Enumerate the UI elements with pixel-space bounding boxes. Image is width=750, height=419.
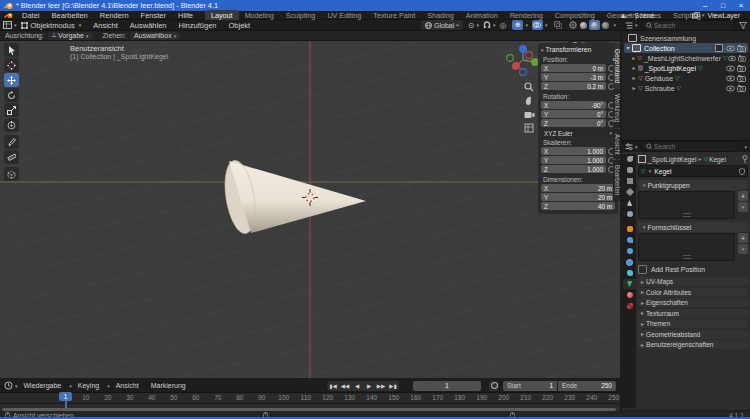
- tab-modifiers[interactable]: [623, 235, 636, 245]
- vertex-groups-panel-header[interactable]: ▾ Punktgruppen: [638, 180, 748, 190]
- shading-wireframe-button[interactable]: [567, 20, 578, 30]
- tab-render[interactable]: [623, 165, 636, 175]
- scale-x-field[interactable]: X1.000: [541, 147, 606, 155]
- panel-eigenschaften[interactable]: ▸Eigenschaften: [638, 298, 748, 307]
- timeline-editor-icon[interactable]: [4, 381, 13, 390]
- workspace-tab-uv-editing[interactable]: UV Editing: [321, 10, 367, 21]
- outliner-row-object[interactable]: ▸ ▽ Schraube ▽: [624, 83, 748, 93]
- tab-constraints[interactable]: [623, 268, 636, 278]
- workspace-tab-sculpting[interactable]: Sculpting: [280, 10, 322, 21]
- orientation-setting-dropdown[interactable]: ⟂ Vorgabe ▾: [48, 32, 93, 40]
- outliner-row-object[interactable]: ▸ ▽ Gehäuse ▽: [624, 73, 748, 83]
- pan-view-icon[interactable]: [524, 96, 534, 106]
- menu-bearbeiten[interactable]: Bearbeiten: [46, 11, 94, 20]
- hide-eye-icon[interactable]: [726, 45, 735, 52]
- outliner-row-object[interactable]: ▸ ▽ _MeshLightScheinwerfer ▽: [624, 53, 748, 63]
- tab-view-layer[interactable]: [623, 187, 636, 197]
- shape-keys-list[interactable]: [638, 233, 735, 261]
- show-overlays-toggle[interactable]: [532, 20, 543, 30]
- workspace-tab-texture-paint[interactable]: Texture Paint: [367, 10, 421, 21]
- disclosure-icon[interactable]: ▸: [630, 75, 638, 81]
- blender-menu-icon[interactable]: [4, 12, 14, 19]
- play-button[interactable]: ▶: [363, 381, 375, 391]
- shape-key-specials-button[interactable]: ▾: [738, 244, 748, 254]
- zoom-view-icon[interactable]: [524, 82, 534, 92]
- playhead-badge[interactable]: 1: [59, 392, 72, 401]
- dimensions-x-field[interactable]: X20 m: [541, 184, 615, 192]
- panel-uv-maps[interactable]: ▸UV-Maps: [638, 277, 748, 286]
- panel-color-attributes[interactable]: ▸Color Attributes: [638, 288, 748, 297]
- add-shape-key-button[interactable]: +: [738, 233, 748, 243]
- outliner-search[interactable]: [641, 20, 736, 31]
- annotate-tool[interactable]: [4, 135, 19, 149]
- tab-texture[interactable]: [623, 301, 636, 311]
- scale-z-field[interactable]: Z1.000: [541, 165, 606, 173]
- auto-key-button[interactable]: [489, 381, 499, 391]
- editor-type-icon[interactable]: [3, 21, 12, 29]
- cursor-tool[interactable]: [4, 58, 19, 72]
- position-x-field[interactable]: X0 m: [541, 64, 606, 72]
- list-resize-grip[interactable]: [683, 255, 691, 259]
- workspace-tab-compositing[interactable]: Compositing: [549, 10, 601, 21]
- menu-hilfe[interactable]: Hilfe: [172, 11, 199, 20]
- tab-object[interactable]: [623, 224, 636, 234]
- tab-physics[interactable]: [623, 257, 636, 267]
- rotation-z-field[interactable]: Z0°: [541, 119, 606, 127]
- outliner-row-scene-collection[interactable]: Szenensammlung: [624, 33, 748, 43]
- npanel-tab-ansicht[interactable]: Ansicht: [613, 129, 620, 160]
- render-camera-icon[interactable]: [738, 55, 746, 62]
- render-camera-icon[interactable]: [737, 75, 746, 82]
- rotation-y-field[interactable]: Y0°: [541, 110, 606, 118]
- workspace-tab-modeling[interactable]: Modeling: [239, 10, 280, 21]
- pivot-dropdown[interactable]: ⊙▾: [468, 21, 479, 30]
- menu-objekt[interactable]: Objekt: [222, 21, 256, 30]
- dimensions-y-field[interactable]: Y20 m: [541, 193, 615, 201]
- select-box-tool[interactable]: [4, 43, 19, 57]
- scale-tool[interactable]: [4, 103, 19, 117]
- disclosure-icon[interactable]: ▸: [630, 65, 638, 71]
- tab-output[interactable]: [623, 176, 636, 186]
- vertex-groups-list[interactable]: [638, 191, 735, 219]
- viewport-3d[interactable]: Benutzeransicht (1) Collection | _SpotLi…: [0, 41, 620, 378]
- menu-wiedergabe[interactable]: Wiedergabe: [18, 382, 68, 389]
- display-mode-icon[interactable]: [625, 22, 633, 29]
- pin-icon[interactable]: [742, 155, 748, 163]
- properties-search[interactable]: [641, 141, 740, 152]
- panel-geometrieabstand[interactable]: ▸Geometrieabstand: [638, 330, 748, 339]
- breadcrumb-object[interactable]: _SpotLightKegel: [648, 156, 696, 163]
- panel-texturraum[interactable]: ▸Texturraum: [638, 309, 748, 318]
- transform-tool[interactable]: [4, 118, 19, 132]
- render-camera-icon[interactable]: [737, 65, 746, 72]
- npanel-tab-gegenstand[interactable]: Gegenstand: [613, 44, 620, 88]
- mode-selector[interactable]: Objektmodus: [28, 21, 77, 30]
- menu-timeline-ansicht[interactable]: Ansicht: [110, 382, 145, 389]
- add-vertex-group-button[interactable]: +: [738, 191, 748, 201]
- menu-ansicht[interactable]: Ansicht: [87, 21, 124, 30]
- panel-benutzereigenschaften[interactable]: ▸Benutzereigenschaften: [638, 340, 748, 349]
- hide-eye-icon[interactable]: [726, 75, 735, 82]
- transform-orientation-dropdown[interactable]: Global ▾: [421, 20, 463, 30]
- exclude-checkbox[interactable]: [715, 44, 723, 52]
- add-primitive-tool[interactable]: [4, 167, 19, 181]
- tab-material[interactable]: [623, 290, 636, 300]
- shape-keys-panel-header[interactable]: ▾ Formschlüssel: [638, 222, 748, 232]
- transform-panel-header[interactable]: ▾ Transformieren: [541, 45, 615, 54]
- close-button[interactable]: ×: [732, 0, 750, 11]
- scale-y-field[interactable]: Y1.000: [541, 156, 606, 164]
- menu-auswaehlen[interactable]: Auswählen: [124, 21, 173, 30]
- menu-datei[interactable]: Datei: [16, 11, 46, 20]
- measure-tool[interactable]: [4, 150, 19, 164]
- disclosure-icon[interactable]: ▸: [630, 85, 638, 91]
- menu-markierung[interactable]: Markierung: [145, 382, 192, 389]
- disclosure-icon[interactable]: ▸: [630, 55, 637, 61]
- tab-scene[interactable]: [623, 198, 636, 208]
- scene-selector[interactable]: ▾ Scene: [620, 11, 686, 19]
- tab-particles[interactable]: [623, 246, 636, 256]
- npanel-tab-werkzeug[interactable]: Werkzeug: [613, 89, 620, 127]
- viewlayer-selector[interactable]: ▾ ViewLayer: [692, 11, 750, 19]
- timeline-ruler[interactable]: 1020304050607080901001101201301401501601…: [0, 393, 620, 404]
- xray-toggle[interactable]: [552, 20, 563, 30]
- menu-fenster[interactable]: Fenster: [135, 11, 172, 20]
- tab-tool[interactable]: [623, 154, 636, 164]
- position-z-field[interactable]: Z0.2 m: [541, 82, 606, 90]
